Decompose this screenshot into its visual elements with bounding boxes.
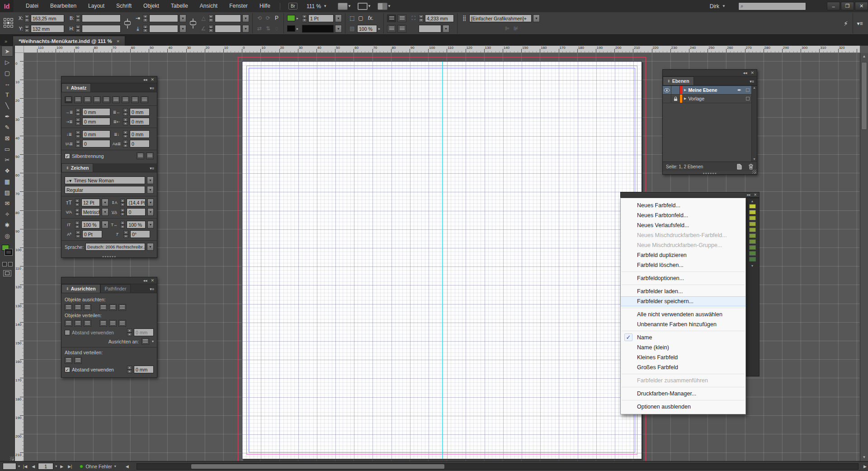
menu-ansicht[interactable]: Ansicht — [194, 0, 223, 12]
close-panel-icon[interactable]: ✕ — [151, 77, 154, 82]
scroll-down-icon[interactable]: ▼ — [860, 454, 868, 461]
scroll-up-icon[interactable]: ▲ — [752, 86, 757, 89]
vertical-scrollbar[interactable]: ▲ ▼ — [860, 53, 868, 461]
shear-field[interactable] — [215, 25, 241, 33]
baseline-shift-field[interactable]: 0 Pt — [82, 230, 102, 238]
menu-item-farbfeld-löschen[interactable]: Farbfeld löschen... — [621, 260, 745, 270]
preflight-dropdown-arrow[interactable]: ▾ — [114, 464, 116, 468]
stroke-color-swatch[interactable] — [287, 25, 295, 32]
horizontal-scale-dropdown[interactable]: ▼ — [147, 221, 154, 228]
swatches-dock-strip[interactable]: ▲ ▼ — [745, 198, 760, 376]
gap-tool[interactable]: ↔ — [1, 78, 13, 89]
ebenen-scrollbar[interactable]: ▲ ▼ — [751, 86, 757, 162]
vscroll-thumb[interactable] — [861, 62, 867, 130]
type-tool[interactable]: T — [1, 89, 13, 100]
corner-radius-stepper[interactable]: ▲▼ — [419, 14, 424, 22]
layer-lock-toggle[interactable] — [671, 95, 680, 103]
tracking-stepper[interactable]: ▲▼ — [120, 208, 125, 216]
align-left-edges-button[interactable] — [65, 304, 72, 311]
height-stepper[interactable]: ▲▼ — [75, 25, 80, 33]
tab-ebenen[interactable]: ⇕ Ebenen — [663, 76, 694, 85]
panel-drag-dots[interactable]: ●●●●●● — [61, 255, 157, 257]
leading-stepper[interactable]: ▲▼ — [120, 199, 125, 206]
menu-item-optionen-ausblenden[interactable]: Optionen ausblenden — [621, 402, 745, 412]
space-before-stepper[interactable]: ▲▼ — [75, 130, 80, 138]
layer-expand-icon[interactable]: ▶ — [684, 97, 686, 100]
corner-shape-icon[interactable]: ▢ — [357, 15, 364, 21]
menu-bearbeiten[interactable]: Bearbeiten — [44, 0, 82, 12]
close-panel-icon[interactable]: ✕ — [151, 278, 154, 283]
corner-options-icon[interactable]: ⬚ — [349, 15, 356, 21]
menu-item-farbfeld-duplizieren[interactable]: Farbfeld duplizieren — [621, 250, 745, 260]
wrap-none-button[interactable] — [387, 14, 396, 22]
previous-page-button[interactable]: ◀ — [30, 464, 36, 469]
dist-bottom-edges-button[interactable] — [84, 320, 91, 327]
drop-cap-chars-field[interactable]: 0 — [130, 140, 150, 147]
use-spacing-checkbox[interactable] — [65, 330, 70, 335]
formatting-affects-container-button[interactable] — [2, 262, 7, 266]
close-button[interactable]: ✕ — [855, 2, 868, 10]
reference-point-proxy[interactable] — [2, 12, 15, 34]
vertical-scale-dropdown[interactable]: ▼ — [102, 221, 108, 228]
hscroll-left-icon[interactable]: ◀ — [124, 464, 130, 469]
collapse-panel-icon[interactable]: ◂◂ — [743, 71, 747, 75]
layer-target-box[interactable] — [746, 97, 750, 100]
spacing2-stepper[interactable]: ▲▼ — [127, 366, 132, 373]
line-tool[interactable]: ╲ — [1, 100, 13, 111]
tab-absatz[interactable]: ⇕ Absatz — [61, 83, 91, 92]
opacity-field[interactable]: 100 % — [357, 25, 377, 33]
free-transform-tool[interactable]: ❖ — [1, 165, 13, 176]
close-panel-icon[interactable]: ✕ — [754, 193, 757, 197]
ebenen-panel-menu-icon[interactable]: ▾≡ — [750, 79, 757, 85]
swatch-chip[interactable] — [749, 204, 756, 209]
drop-cap-lines-field[interactable]: 0 — [82, 140, 110, 147]
align-right-edges-button[interactable] — [84, 304, 91, 311]
scale-y-field[interactable] — [149, 25, 178, 33]
hscroll-thumb[interactable] — [191, 464, 444, 469]
skew-field[interactable]: 0° — [130, 230, 150, 238]
fill-color-swatch[interactable] — [287, 15, 295, 21]
tab-overflow-chevron[interactable]: » — [0, 38, 12, 46]
formatting-affects-text-button[interactable] — [8, 262, 13, 266]
font-size-field[interactable]: 12 Pt — [81, 199, 100, 206]
kerning-field[interactable]: Metrisch — [81, 208, 100, 216]
corner-style-dropdown[interactable]: ▼ — [443, 25, 449, 33]
scale-x-field[interactable] — [149, 14, 178, 22]
dist-v-centers-button[interactable] — [74, 320, 82, 327]
spacing-stepper[interactable]: ▲▼ — [127, 328, 132, 336]
scroll-up-icon[interactable]: ▲ — [751, 200, 754, 203]
width-field[interactable] — [82, 14, 121, 22]
status-left-field[interactable] — [3, 463, 16, 470]
scale-x-stepper[interactable]: ▲▼ — [143, 14, 148, 22]
shear-dropdown[interactable]: ▼ — [242, 25, 249, 33]
drop-cap-lines-stepper[interactable]: ▲▼ — [75, 140, 80, 147]
menu-item-großes-farbfeld[interactable]: Großes Farbfeld — [621, 362, 745, 372]
space-after-stepper[interactable]: ▲▼ — [123, 130, 128, 138]
align-bottom-edges-button[interactable] — [118, 304, 126, 311]
swatches-dock-header[interactable]: ◂◂ ✕ — [620, 192, 760, 198]
swatch-chip[interactable] — [749, 228, 756, 232]
quick-apply-icon[interactable]: ⚡ — [842, 20, 849, 27]
collapse-panel-icon[interactable]: ◂◂ — [143, 278, 147, 283]
scale-y-dropdown[interactable]: ▼ — [179, 25, 186, 33]
align-left-button[interactable] — [65, 96, 72, 103]
panel-resize-grip[interactable] — [752, 170, 756, 174]
gradient-tool[interactable]: ▦ — [1, 176, 13, 187]
vertical-scale-stepper[interactable]: ▲▼ — [75, 221, 80, 228]
screen-mode-normal-button[interactable] — [3, 270, 11, 276]
vertical-ruler[interactable]: 0102030405060708090100110120130140150160… — [15, 53, 24, 461]
swatch-chip[interactable] — [749, 257, 756, 262]
menu-item-druckfarben-manager[interactable]: Druckfarben-Manager... — [621, 389, 745, 399]
opacity-flyout-arrow[interactable]: ▸ — [378, 27, 380, 31]
document-page[interactable] — [242, 61, 642, 459]
tab-close-icon[interactable]: × — [117, 38, 120, 44]
font-size-dropdown[interactable]: ▼ — [102, 199, 108, 206]
left-indent-stepper[interactable]: ▲▼ — [75, 108, 80, 116]
horizontal-scrollbar[interactable] — [137, 463, 859, 470]
object-style-dropdown[interactable]: ▼ — [533, 14, 540, 22]
select-content-button[interactable]: ◌ — [273, 25, 280, 32]
pen-tool[interactable]: ✒ — [1, 111, 13, 122]
hyphenate-checkbox[interactable]: ✓ — [65, 153, 70, 159]
font-style-dropdown[interactable]: ▼ — [147, 186, 154, 194]
preflight-status[interactable]: Ohne Fehler ▾ — [80, 464, 116, 469]
